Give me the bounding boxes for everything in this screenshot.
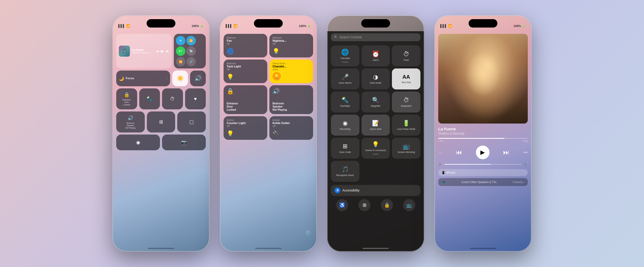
screen-mirror-tile[interactable]: ▢ [177, 111, 206, 132]
rewind-btn[interactable]: ⏮ [456, 149, 462, 156]
lock-tile[interactable]: 🔒 EntranceDoorLocked [116, 88, 137, 109]
bedroom-fan-tile[interactable]: Bedroom Fan Off 🌀 [224, 34, 267, 57]
translate-tile[interactable]: 🌐 Translate French [331, 45, 359, 66]
status-left: ▌▌▌ 📶 [440, 24, 452, 28]
timer-tile[interactable]: ⏱ [162, 88, 183, 109]
accessibility-btn-1[interactable]: ♿ [336, 199, 348, 211]
accessibility-bar[interactable]: ♿ Accessibility [331, 185, 420, 196]
status-left: ▌▌▌ 📶 [226, 24, 237, 28]
status-right: 100% 🔋 [514, 24, 526, 28]
scan-code-tile[interactable]: ⊞ Scan Code [331, 138, 359, 159]
accessibility-icon: ♿ [335, 188, 340, 193]
hotspot-btn[interactable]: 🔗 [186, 57, 196, 66]
voice-memo-tile[interactable]: 🎤 Voice Memo [331, 68, 359, 89]
row-4: 🔊 BedroomSpeakerNot Playing ⊞ ▢ [116, 111, 206, 132]
menu-btn[interactable]: ••• [523, 150, 528, 155]
music-controls[interactable]: ⏮ ▶ ⏭ [156, 49, 169, 53]
bluetooth-btn[interactable]: BT [176, 46, 185, 56]
accessibility-btn-2[interactable]: ⊞ [358, 199, 370, 211]
tile-name: EntranceDoorLocked [227, 102, 264, 111]
bedroom-nightstand-tile[interactable]: Bedroom Nightsta... Off 💡 [269, 34, 313, 57]
row-2: 🌙 Focus › ☀️ 🔊 [116, 71, 206, 86]
stopwatch-icon: ⏱ [403, 97, 409, 104]
flashlight-icon: 🔦 [147, 96, 152, 102]
now-playing-content: La Fuerte Shakira & Bizarrap 1:46 -0:59 … [435, 31, 531, 252]
bedroom-speaker-tile[interactable]: 🔊 BedroomSpeakerNot Playing [269, 85, 313, 114]
signal-bars: ▌▌▌ [226, 24, 232, 28]
battery-label: 100% [514, 24, 521, 28]
tile-name: Kettle Outlet [273, 121, 310, 125]
speaker-tile[interactable]: 🔊 BedroomSpeakerNot Playing [116, 111, 145, 132]
volume-tile[interactable]: 🔊 [190, 71, 206, 86]
flashlight-tile[interactable]: 🔦 [139, 88, 160, 109]
rewind-icon[interactable]: ⏮ [156, 49, 159, 53]
album-art-image [438, 34, 528, 124]
dark-mode-tile[interactable]: ◑ Dark Mode [362, 68, 390, 89]
screen-mirror-tile[interactable]: 📺 Screen Mirroring [392, 138, 420, 159]
recognize-music-tile[interactable]: 🎵 Recognize Music [331, 161, 359, 182]
recording-tile[interactable]: ◉ [116, 135, 160, 150]
focus-tile[interactable]: 🌙 Focus › [116, 71, 170, 86]
camera-icon: 📷 [181, 140, 187, 145]
phone-1: ▌▌▌ 📶 100% 🔋 🎵 La Fuerte Shakira & Bizar… [113, 15, 209, 252]
brightness-tile[interactable]: ☀️ [172, 71, 188, 86]
camera-tile[interactable]: 📷 [162, 135, 206, 150]
battery-icon: 🔋 [200, 24, 204, 28]
star-btn[interactable]: ☆ [438, 150, 442, 155]
wheelchair-icon: ♿ [339, 202, 345, 208]
settings-gear[interactable]: ⚙️ [305, 229, 312, 236]
translate-sub: French [342, 61, 348, 63]
text-size-tile[interactable]: AA Text Size [392, 68, 420, 89]
dining-chandelier-tile[interactable]: Dining Room Chandel... 100% 💡 [269, 60, 313, 83]
wifi-btn[interactable]: 📶 [186, 36, 196, 45]
entrance-door-tile[interactable]: 🔒 EntranceDoorLocked [224, 85, 267, 114]
quick-note-tile[interactable]: 📝 Quick Note [362, 115, 390, 136]
music-info: La Fuerte Shakira & Bizarr... [132, 49, 154, 54]
bedroom-speaker-icon: 🔊 [127, 115, 133, 121]
home-indicator [363, 248, 389, 249]
calculator-tile[interactable]: ⊞ [147, 111, 175, 132]
accessibility-btn-4[interactable]: 📺 [403, 199, 415, 211]
magnifier-tile[interactable]: 🔍 Magnifier [362, 92, 390, 113]
album-art: 🎵 [119, 46, 130, 57]
magnifier-label: Magnifier [371, 105, 380, 108]
battery-icon: 🔋 [307, 24, 311, 28]
accessibility-btn-3[interactable]: 🔒 [381, 199, 393, 211]
row-5: ◉ 📷 [116, 135, 206, 150]
search-bar[interactable]: 🔍 Search Controls [331, 33, 420, 41]
translate-icon: 🌐 [341, 49, 349, 56]
add-controls-bg: 🔍 Search Controls 🌐 Translate French ⏰ A… [327, 31, 424, 252]
alarm-tile[interactable]: ⏰ Alarm [362, 45, 390, 66]
screen-mirror-icon: 📺 [403, 143, 410, 150]
stopwatch-tile[interactable]: ⏱ Stopwatch [392, 92, 420, 113]
airdrop-btn[interactable]: 📡 [186, 46, 196, 56]
low-power-tile[interactable]: 🔋 Low Power Mode [392, 115, 420, 136]
kitchen-kettle-tile[interactable]: Kitchen Kettle Outlet Off 🔌 [269, 116, 313, 140]
note-tile[interactable]: ♥ [185, 88, 206, 109]
scene-accessory-tile[interactable]: 💡 Scene or Accessory Home [362, 138, 390, 159]
bedroom-tasklight-tile[interactable]: Bedroom Task Light Off 💡 [224, 60, 267, 83]
remaining-time: -0:59 [522, 140, 528, 142]
accessibility-display-icon: 📺 [406, 202, 412, 208]
music-widget[interactable]: 🎵 La Fuerte Shakira & Bizarr... ⏮ ▶ ⏭ [116, 34, 172, 68]
scene-sub: Home [373, 153, 378, 155]
forward-btn[interactable]: ⏭ [503, 149, 509, 156]
flashlight-tile[interactable]: 🔦 Flashlight [331, 92, 359, 113]
cellular-btn[interactable]: 📶 [176, 57, 185, 66]
battery-label: 100% [192, 24, 199, 28]
play-pause-btn[interactable]: ▶ [476, 146, 490, 159]
volume-bar[interactable] [444, 164, 522, 165]
nightstand-icon: 💡 [273, 48, 310, 55]
timer-tile[interactable]: ⏱ Timer [392, 45, 420, 66]
play-icon[interactable]: ▶ [161, 49, 164, 53]
progress-bar[interactable] [438, 138, 528, 139]
airplane-mode-btn[interactable]: ✈ [176, 36, 185, 45]
device-output-btn[interactable]: 📱 iPhone [438, 169, 528, 176]
kitchen-counter-tile[interactable]: Kitchen Counter Light Off 💡 [224, 116, 267, 140]
chandelier-icon-bg: 💡 [273, 72, 281, 81]
phone-icon: 📱 [441, 171, 445, 174]
forward-icon[interactable]: ⏭ [165, 49, 169, 53]
recording-tile[interactable]: ◉ Recording [331, 115, 359, 136]
volume-down-icon: 🔈 [438, 162, 442, 166]
speakers-bar[interactable]: 📺 Control Other Speakers & TVs 4 Nearby … [438, 178, 528, 186]
